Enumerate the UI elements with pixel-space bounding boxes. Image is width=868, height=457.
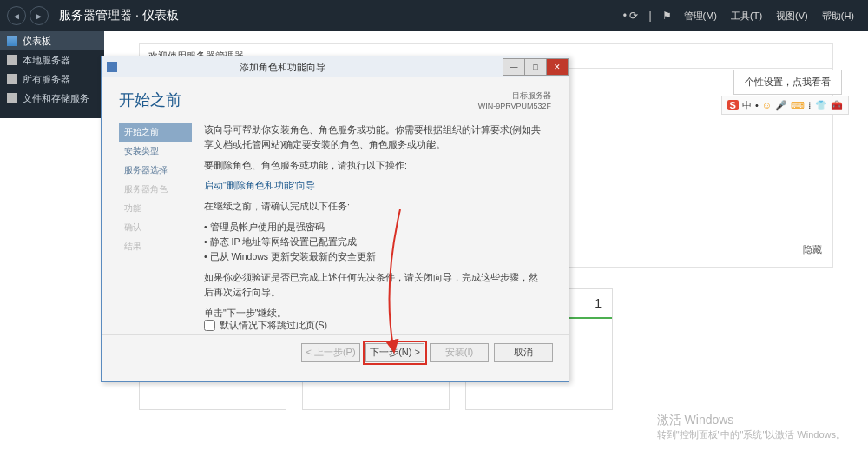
wizard-title: 添加角色和功能向导 — [122, 61, 503, 74]
nav-result: 结果 — [119, 237, 192, 256]
target-label: 目标服务器 — [478, 90, 551, 102]
maximize-button[interactable]: □ — [524, 58, 547, 76]
local-server-icon — [7, 55, 17, 65]
bullet: 静态 IP 地址等网络设置已配置完成 — [204, 235, 546, 249]
activate-windows: 激活 Windows 转到"控制面板"中的"系统"以激活 Windows。 — [657, 413, 845, 441]
wizard-footer: < 上一步(P) 下一步(N) > 安装(I) 取消 — [102, 334, 569, 369]
skin-icon[interactable]: 👕 — [815, 100, 827, 111]
sogou-icon: S — [727, 100, 739, 110]
bullet: 管理员帐户使用的是强密码 — [204, 220, 546, 235]
emoji-icon[interactable]: ☺ — [762, 100, 772, 110]
back-button[interactable]: ◄ — [7, 6, 26, 25]
nav-server[interactable]: 服务器选择 — [119, 161, 192, 180]
ime-lang: 中 — [742, 99, 752, 112]
skip-checkbox[interactable] — [204, 320, 215, 331]
keyboard-icon[interactable]: ⌨ — [791, 100, 805, 111]
wiz-p4: 如果你必须验证是否已完成上述任何先决条件，请关闭向导，完成这些步骤，然后再次运行… — [204, 270, 546, 300]
sidebar: 仪表板 本地服务器 所有服务器 文件和存储服务 — [0, 31, 104, 118]
skip-label: 默认情况下将跳过此页(S) — [220, 318, 327, 333]
wizard-icon — [107, 62, 117, 72]
mic-icon[interactable]: 🎤 — [775, 100, 787, 111]
minimize-button[interactable]: — — [503, 58, 525, 76]
wizard-target: 目标服务器 WIN-9PRVPUM532F — [478, 90, 551, 110]
wizard-header: 开始之前 目标服务器 WIN-9PRVPUM532F — [102, 77, 569, 117]
install-button: 安装(I) — [430, 343, 489, 362]
ime-sep: • — [755, 100, 759, 110]
target-server: WIN-9PRVPUM532F — [478, 102, 551, 110]
menu-help[interactable]: 帮助(H) — [822, 10, 854, 23]
ime-sep: ⁞ — [808, 100, 812, 111]
remove-wizard-link[interactable]: 启动"删除角色和功能"向导 — [204, 178, 546, 193]
close-button[interactable]: ✕ — [546, 58, 569, 76]
dashboard-icon — [7, 36, 17, 46]
all-servers-icon — [7, 74, 17, 84]
nav-roles: 服务器角色 — [119, 180, 192, 199]
nav-before[interactable]: 开始之前 — [119, 123, 192, 142]
nav-confirm: 确认 — [119, 218, 192, 237]
wizard-nav: 开始之前 安装类型 服务器选择 服务器角色 功能 确认 结果 — [119, 117, 192, 334]
wiz-bullets: 管理员帐户使用的是强密码 静态 IP 地址等网络设置已配置完成 已从 Windo… — [204, 220, 546, 263]
sidebar-item-label: 仪表板 — [23, 35, 51, 48]
wizard-heading: 开始之前 — [119, 89, 181, 110]
wiz-p2: 要删除角色、角色服务或功能，请执行以下操作: — [204, 158, 546, 173]
activate-title: 激活 Windows — [657, 413, 845, 428]
activate-sub: 转到"控制面板"中的"系统"以激活 Windows。 — [657, 428, 845, 441]
bullet: 已从 Windows 更新安装最新的安全更新 — [204, 249, 546, 264]
sidebar-item-local[interactable]: 本地服务器 — [0, 50, 104, 70]
wiz-p3: 在继续之前，请确认完成以下任务: — [204, 199, 546, 214]
app-title: 服务器管理器 · 仪表板 — [59, 8, 179, 23]
menu-tools[interactable]: 工具(T) — [731, 10, 762, 23]
wizard-content: 该向导可帮助你安装角色、角色服务或功能。你需要根据组织的计算要求(例如共享文档或… — [192, 117, 551, 334]
sidebar-item-all[interactable]: 所有服务器 — [0, 70, 104, 89]
notification-text: 个性设置，点我看看 — [745, 76, 831, 87]
menu-manage[interactable]: 管理(M) — [684, 10, 718, 23]
wiz-p1: 该向导可帮助你安装角色、角色服务或功能。你需要根据组织的计算要求(例如共享文档或… — [204, 123, 546, 152]
ime-toolbar[interactable]: S 中 • ☺ 🎤 ⌨ ⁞ 👕 🧰 — [721, 96, 849, 115]
refresh-icon[interactable]: • ⟳ — [623, 10, 639, 22]
sidebar-item-file[interactable]: 文件和存储服务 — [0, 89, 104, 108]
wizard-titlebar[interactable]: 添加角色和功能向导 — □ ✕ — [102, 56, 569, 77]
toolbox-icon[interactable]: 🧰 — [831, 100, 843, 111]
wizard-dialog: 添加角色和功能向导 — □ ✕ 开始之前 目标服务器 WIN-9PRVPUM53… — [101, 56, 569, 382]
separator-icon: | — [648, 10, 651, 22]
nav-features: 功能 — [119, 199, 192, 218]
hide-link[interactable]: 隐藏 — [803, 243, 822, 256]
tile-count: 1 — [595, 296, 602, 310]
notification-pill[interactable]: 个性设置，点我看看 — [733, 70, 842, 95]
sidebar-item-label: 本地服务器 — [23, 54, 70, 67]
flag-icon[interactable]: ⚑ — [662, 10, 672, 22]
prev-button: < 上一步(P) — [301, 343, 360, 362]
titlebar: ◄ ► 服务器管理器 · 仪表板 • ⟳ | ⚑ 管理(M) 工具(T) 视图(… — [0, 0, 868, 31]
sidebar-item-dashboard[interactable]: 仪表板 — [0, 31, 104, 50]
cancel-button[interactable]: 取消 — [494, 343, 553, 362]
next-button[interactable]: 下一步(N) > — [365, 343, 424, 362]
nav-type[interactable]: 安装类型 — [119, 142, 192, 161]
file-storage-icon — [7, 93, 17, 103]
forward-button[interactable]: ► — [30, 6, 49, 25]
sidebar-item-label: 文件和存储服务 — [23, 92, 89, 105]
menu-view[interactable]: 视图(V) — [776, 10, 808, 23]
sidebar-item-label: 所有服务器 — [23, 73, 70, 86]
